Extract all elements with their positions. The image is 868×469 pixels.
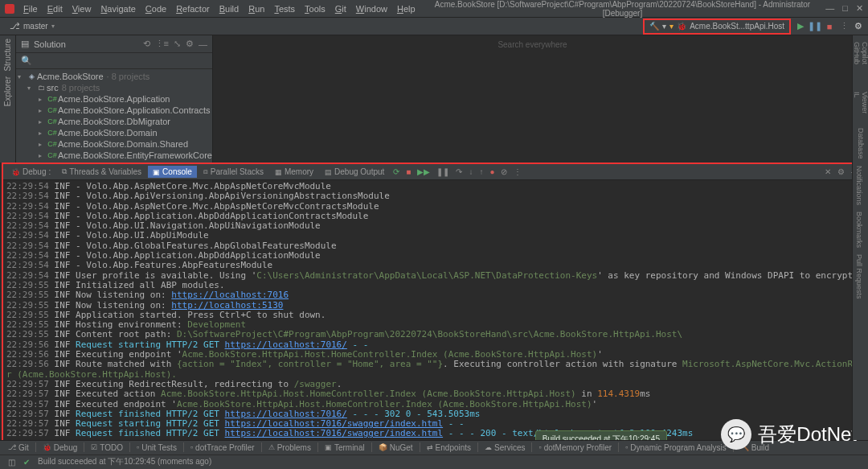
menu-view[interactable]: View bbox=[68, 2, 96, 15]
breakpoint-icon[interactable]: ● bbox=[487, 167, 497, 176]
status-item-dotmemory-profiler[interactable]: ▫dotMemory Profiler bbox=[535, 443, 615, 452]
notifications-icon[interactable]: ◫ bbox=[5, 458, 18, 467]
status-item-dottrace-profiler[interactable]: ▫dotTrace Profiler bbox=[187, 443, 258, 452]
close-panel-icon[interactable]: ✕ bbox=[822, 167, 833, 176]
structure-icon[interactable]: Structure bbox=[3, 39, 12, 72]
gear-icon[interactable]: ⚙ bbox=[835, 167, 847, 176]
gear-icon[interactable]: ⚙ bbox=[186, 39, 194, 49]
menu-file[interactable]: File bbox=[19, 2, 42, 15]
viewer-strip[interactable]: IL Viewer bbox=[853, 88, 869, 117]
menu-edit[interactable]: Edit bbox=[43, 2, 67, 15]
status-item-debug[interactable]: 🐞Debug bbox=[39, 443, 80, 452]
search-everywhere-hint[interactable]: Search everywhere bbox=[497, 40, 567, 49]
status-row: ◫ ✔ Build succeeded at 下午10:29:45 (momen… bbox=[0, 455, 868, 469]
resume-icon[interactable]: ▶▶ bbox=[415, 167, 432, 176]
vcs-branch-icon[interactable]: ⎇ bbox=[10, 21, 20, 31]
maximize-icon[interactable]: □ bbox=[842, 3, 848, 14]
status-item-terminal[interactable]: ▣Terminal bbox=[321, 443, 368, 452]
status-item-problems[interactable]: ⚠Problems bbox=[265, 443, 314, 452]
solution-search-input[interactable] bbox=[35, 56, 207, 65]
pull-requests-strip[interactable]: Pull Requests bbox=[853, 251, 866, 302]
project-node[interactable]: ▸C#Acme.BookStore.Domain bbox=[16, 127, 212, 138]
solution-explorer: ▤ Solution ⟲ ⋮≡ ⤡ ⚙ — 🔍 ▾ ◈ Acme.BookSto… bbox=[16, 35, 213, 163]
window-controls: — □ ✕ bbox=[825, 3, 863, 14]
bookmarks-strip[interactable]: Bookmarks bbox=[853, 208, 866, 251]
gear-icon[interactable]: ⚙ bbox=[854, 22, 863, 31]
stacks-icon: ⧈ bbox=[203, 167, 208, 176]
menu-navigate[interactable]: Navigate bbox=[96, 2, 139, 15]
more-icon[interactable]: ⋮ bbox=[839, 22, 849, 31]
status-item-services[interactable]: ☁Services bbox=[481, 443, 528, 452]
step-into-icon[interactable]: ↓ bbox=[466, 167, 475, 176]
stop-icon[interactable]: ■ bbox=[403, 167, 413, 176]
solution-search: 🔍 bbox=[16, 53, 212, 69]
run-config-highlight-box: 🔨 ▾ ▾ 🐞 Acme.BookSt...ttpApi.Host bbox=[643, 19, 791, 35]
collapse-icon[interactable]: ⤡ bbox=[174, 39, 181, 49]
project-node[interactable]: ▸C#Acme.BookStore.Application.Contracts bbox=[16, 105, 212, 116]
github-copilot-strip[interactable]: GitHub Copilot bbox=[853, 39, 869, 80]
menu-tests[interactable]: Tests bbox=[270, 2, 299, 15]
vcs-branch-label[interactable]: master bbox=[23, 22, 48, 31]
solution-root[interactable]: ▾ ◈ Acme.BookStore · 8 projects bbox=[16, 71, 212, 82]
csproj-icon: C# bbox=[47, 95, 58, 103]
chevron-down-icon[interactable]: ▾ bbox=[669, 22, 674, 31]
project-node[interactable]: ▸C#Acme.BookStore.EntityFrameworkCore bbox=[16, 150, 212, 161]
mute-breakpoints-icon[interactable]: ⊘ bbox=[498, 167, 510, 176]
rerun-icon[interactable]: ⟳ bbox=[391, 167, 402, 176]
memory-icon: ▦ bbox=[275, 168, 282, 176]
close-icon[interactable]: ✕ bbox=[856, 3, 863, 14]
pause-icon[interactable]: ❚❚ bbox=[434, 167, 452, 176]
threads-tab[interactable]: ⧉Threads & Variables bbox=[57, 166, 146, 178]
status-item-build[interactable]: 🔨Build bbox=[737, 443, 772, 452]
right-tool-strip: GitHub Copilot IL Viewer Database bbox=[852, 35, 868, 163]
menu-build[interactable]: Build bbox=[215, 2, 243, 15]
menu-git[interactable]: Git bbox=[331, 2, 350, 15]
project-node[interactable]: ▸C#Acme.BookStore.Application bbox=[16, 93, 212, 105]
parallel-stacks-tab[interactable]: ⧈Parallel Stacks bbox=[199, 166, 268, 178]
explorer-icon[interactable]: Explorer bbox=[3, 76, 12, 106]
bug-icon: 🐞 bbox=[11, 168, 20, 176]
menu-window[interactable]: Window bbox=[352, 2, 391, 15]
folder-icon: 🗀 bbox=[35, 84, 47, 92]
status-item-todo[interactable]: ☑TODO bbox=[88, 443, 126, 452]
notifications-strip[interactable]: Notifications bbox=[853, 163, 866, 208]
project-title: Acme.BookStore [D:\SoftwareProject\C#Pro… bbox=[420, 0, 826, 18]
menu-refactor[interactable]: Refactor bbox=[172, 2, 214, 15]
solution-icon: ▤ bbox=[21, 39, 29, 49]
stop-icon[interactable]: ■ bbox=[825, 22, 834, 31]
status-item-git[interactable]: ⎇Git bbox=[5, 443, 32, 452]
left-tool-strip: Structure Explorer bbox=[0, 35, 16, 163]
run-configuration[interactable]: 🔨 ▾ ▾ 🐞 Acme.BookSt...ttpApi.Host bbox=[646, 22, 788, 31]
chevron-down-icon[interactable]: ▾ bbox=[662, 22, 666, 31]
chevron-down-icon[interactable]: ▾ bbox=[51, 23, 55, 30]
menu-code[interactable]: Code bbox=[141, 2, 170, 15]
title-bar: FileEditViewNavigateCodeRefactorBuildRun… bbox=[0, 0, 868, 18]
run-icon[interactable]: ▶ bbox=[796, 22, 805, 31]
memory-tab[interactable]: ▦Memory bbox=[270, 166, 318, 178]
sync-icon[interactable]: ⟲ bbox=[143, 39, 150, 49]
project-node[interactable]: ▸C#Acme.BookStore.HttpApi bbox=[16, 161, 212, 163]
menu-tools[interactable]: Tools bbox=[301, 2, 330, 15]
solution-src-folder[interactable]: ▾ 🗀 src 8 projects bbox=[16, 82, 212, 93]
hammer-icon[interactable]: 🔨 bbox=[649, 22, 659, 31]
status-item-dynamic-program-analysis[interactable]: ▫Dynamic Program Analysis bbox=[622, 443, 730, 452]
console-tab[interactable]: ▣Console bbox=[148, 166, 197, 178]
console-output[interactable]: 22:29:54 INF - Volo.Abp.AspNetCore.Mvc.A… bbox=[3, 180, 865, 450]
minimize-icon[interactable]: — bbox=[825, 3, 834, 14]
debug-tab[interactable]: 🐞Debug: bbox=[6, 166, 55, 178]
hide-icon[interactable]: — bbox=[199, 39, 207, 49]
project-node[interactable]: ▸C#Acme.BookStore.Domain.Shared bbox=[16, 138, 212, 150]
step-over-icon[interactable]: ↷ bbox=[453, 167, 465, 176]
step-out-icon[interactable]: ↑ bbox=[477, 167, 485, 176]
menu-help[interactable]: Help bbox=[393, 2, 420, 15]
menu-run[interactable]: Run bbox=[244, 2, 268, 15]
status-item-unit-tests[interactable]: ▫Unit Tests bbox=[133, 443, 180, 452]
debug-output-tab[interactable]: ▤Debug Output bbox=[320, 166, 389, 178]
database-strip[interactable]: Database bbox=[857, 125, 865, 163]
more-icon[interactable]: ⋮ bbox=[511, 167, 524, 176]
filter-icon[interactable]: ⋮≡ bbox=[155, 39, 169, 49]
pause-icon[interactable]: ❚❚ bbox=[810, 22, 820, 31]
status-item-endpoints[interactable]: ⇄Endpoints bbox=[424, 443, 474, 452]
project-node[interactable]: ▸C#Acme.BookStore.DbMigrator bbox=[16, 116, 212, 127]
status-item-nuget[interactable]: 📦NuGet bbox=[375, 443, 416, 452]
